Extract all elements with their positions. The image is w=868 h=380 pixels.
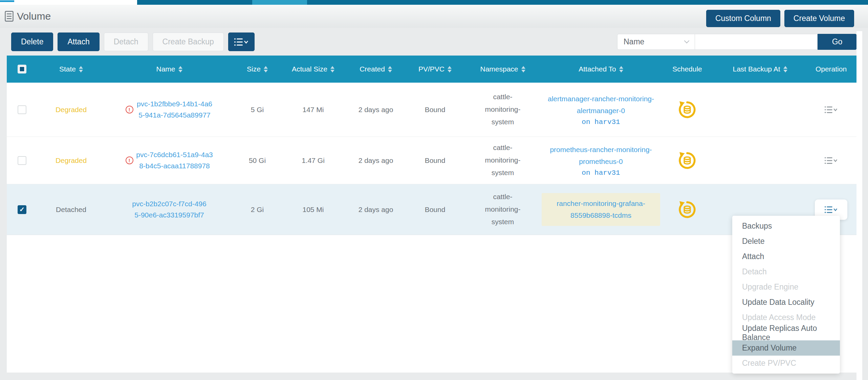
column-header-schedule: Schedule xyxy=(660,65,714,73)
select-all-checkbox-cell xyxy=(7,65,37,73)
table-row-selected: ✓ Detached pvc-b2b2c07c-f7cd-4965-90e6-a… xyxy=(7,184,856,235)
recurring-backup-icon[interactable] xyxy=(678,101,696,119)
chevron-down-icon xyxy=(684,38,690,44)
recurring-backup-icon[interactable] xyxy=(678,200,696,219)
menu-item-backups[interactable]: Backups xyxy=(732,218,840,234)
namespace-value: cattle-monitoring-system xyxy=(481,91,524,128)
search-go-button[interactable]: Go xyxy=(818,34,857,50)
list-menu-icon xyxy=(824,206,838,214)
top-nav-strip xyxy=(0,0,868,5)
search-field-value: Name xyxy=(624,37,644,46)
list-menu-icon xyxy=(824,106,838,114)
attached-to-link[interactable]: prometheus-rancher-monitoring-prometheus… xyxy=(546,144,655,167)
attach-button[interactable]: Attach xyxy=(58,33,99,51)
table-header-row: State Name Size Actual Size Created PV/P… xyxy=(7,56,856,83)
column-header-state[interactable]: State xyxy=(37,65,105,73)
volume-name-link[interactable]: pvc-1b2fbbe9-14b1-4a65-941a-7d5645a89977 xyxy=(136,99,213,121)
list-menu-icon xyxy=(824,156,838,165)
recurring-backup-icon[interactable] xyxy=(678,151,696,170)
created-value: 2 days ago xyxy=(359,156,393,165)
row-operation-menu-button[interactable] xyxy=(824,156,838,165)
row-checkbox[interactable] xyxy=(18,105,26,114)
row-checkbox[interactable]: ✓ xyxy=(18,205,26,214)
created-value: 2 days ago xyxy=(359,206,393,214)
attached-to-link[interactable]: rancher-monitoring-grafana-8559b68898-tc… xyxy=(546,198,655,221)
actual-size-value: 147 Mi xyxy=(302,106,324,114)
sort-icon xyxy=(178,66,182,72)
create-backup-button: Create Backup xyxy=(153,33,224,51)
namespace-value: cattle-monitoring-system xyxy=(481,142,524,179)
actual-size-value: 1.47 Gi xyxy=(302,156,325,165)
menu-item-upgrade-engine: Upgrade Engine xyxy=(732,279,840,295)
bulk-actions-toolbar: Delete Attach Detach Create Backup xyxy=(11,33,255,51)
column-header-actual-size[interactable]: Actual Size xyxy=(281,65,345,73)
pv-pvc-status: Bound xyxy=(425,156,446,165)
status-badge: Degraded xyxy=(56,106,87,114)
sort-icon xyxy=(79,66,83,72)
menu-item-attach[interactable]: Attach xyxy=(732,249,840,264)
sort-icon xyxy=(330,66,334,72)
sort-icon xyxy=(783,66,787,72)
search-field-select[interactable]: Name xyxy=(617,34,695,50)
title-bar: Volume Custom Column Create Volume xyxy=(0,5,868,28)
attached-on-host: on harv31 xyxy=(582,118,620,126)
sort-icon xyxy=(521,66,525,72)
volume-name-link[interactable]: pvc-7c6dcb61-51a9-4a38-b4c5-acaa11788978 xyxy=(136,149,213,171)
top-nav-highlight-segment xyxy=(252,0,307,5)
sort-icon xyxy=(619,66,623,72)
column-header-pv-pvc[interactable]: PV/PVC xyxy=(406,65,464,73)
created-value: 2 days ago xyxy=(359,106,393,114)
row-operation-menu-button[interactable] xyxy=(824,106,838,114)
delete-button[interactable]: Delete xyxy=(11,33,53,51)
table-row: Degraded ! pvc-1b2fbbe9-14b1-4a65-941a-7… xyxy=(7,83,856,137)
menu-item-expand-volume[interactable]: Expand Volume xyxy=(732,340,840,356)
error-icon: ! xyxy=(126,106,133,113)
table-row: Degraded ! pvc-7c6dcb61-51a9-4a38-b4c5-a… xyxy=(7,137,856,184)
menu-item-update-access-mode: Update Access Mode xyxy=(732,310,840,325)
size-value: 2 Gi xyxy=(251,206,264,214)
namespace-value: cattle-monitoring-system xyxy=(481,191,524,228)
page-title: Volume xyxy=(17,10,51,22)
sort-icon xyxy=(388,66,392,72)
menu-item-update-replicas-auto-balance[interactable]: Update Replicas Auto Balance xyxy=(732,325,840,340)
column-header-size[interactable]: Size xyxy=(234,65,281,73)
active-tab-underline xyxy=(0,0,14,2)
operation-context-menu: Backups Delete Attach Detach Upgrade Eng… xyxy=(732,216,840,374)
sort-icon xyxy=(448,66,452,72)
volume-table: State Name Size Actual Size Created PV/P… xyxy=(7,56,856,373)
volume-icon xyxy=(5,11,14,22)
search-input[interactable] xyxy=(695,34,818,50)
volume-name-link[interactable]: pvc-b2b2c07c-f7cd-4965-90e6-ac3319597bf7 xyxy=(131,198,208,220)
error-icon: ! xyxy=(126,156,133,164)
select-all-checkbox[interactable] xyxy=(18,65,26,73)
scrollbar-track[interactable] xyxy=(856,31,862,380)
size-value: 50 Gi xyxy=(249,156,266,165)
search-bar: Name Go xyxy=(617,34,857,50)
menu-item-create-pv-pvc: Create PV/PVC xyxy=(732,356,840,371)
top-nav-bar xyxy=(137,0,868,5)
column-header-namespace[interactable]: Namespace xyxy=(464,65,542,73)
pv-pvc-status: Bound xyxy=(425,206,446,214)
more-actions-menu-button[interactable] xyxy=(228,33,255,51)
column-header-created[interactable]: Created xyxy=(345,65,406,73)
custom-column-button[interactable]: Custom Column xyxy=(706,10,780,27)
menu-item-delete[interactable]: Delete xyxy=(732,234,840,249)
menu-item-update-data-locality[interactable]: Update Data Locality xyxy=(732,295,840,310)
column-header-name[interactable]: Name xyxy=(105,65,234,73)
detach-button: Detach xyxy=(104,33,148,51)
column-header-operation: Operation xyxy=(806,65,856,73)
column-header-attached-to[interactable]: Attached To xyxy=(542,65,660,73)
list-menu-icon xyxy=(234,38,249,46)
create-volume-button[interactable]: Create Volume xyxy=(784,10,854,27)
size-value: 5 Gi xyxy=(251,106,264,114)
attached-to-link[interactable]: alertmanager-rancher-monitoring-alertman… xyxy=(546,93,655,117)
status-badge: Degraded xyxy=(56,156,87,165)
row-checkbox[interactable] xyxy=(18,156,26,165)
column-header-last-backup-at[interactable]: Last Backup At xyxy=(714,65,806,73)
status-badge: Detached xyxy=(56,206,86,214)
sort-icon xyxy=(264,66,268,72)
pv-pvc-status: Bound xyxy=(425,106,446,114)
menu-item-detach: Detach xyxy=(732,264,840,279)
attached-on-host: on harv31 xyxy=(582,169,620,177)
actual-size-value: 105 Mi xyxy=(302,206,324,214)
